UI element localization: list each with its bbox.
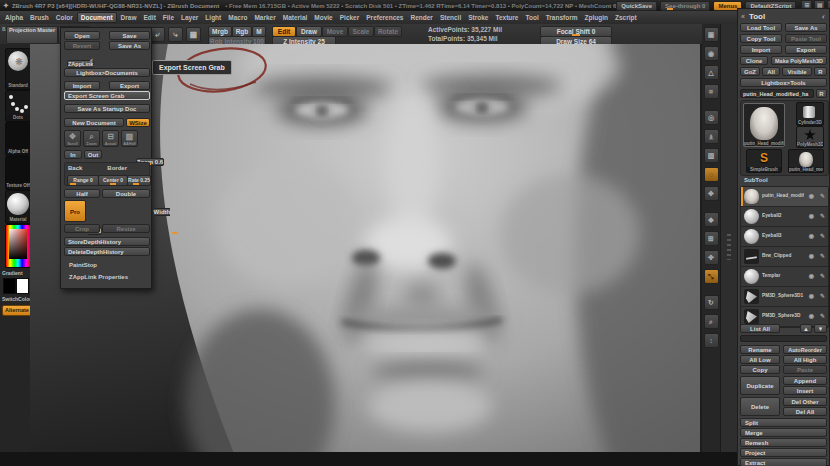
solo-icon[interactable]: ◆ xyxy=(704,212,719,227)
current-alpha-thumbnail[interactable]: Alpha Off xyxy=(5,122,31,156)
local-icon[interactable]: ◎ xyxy=(704,110,719,125)
tool-thumbnail-cylinder[interactable]: Cylinder3D xyxy=(796,102,824,126)
frame-icon[interactable]: ⊞ xyxy=(704,231,719,246)
doc-new-document-button[interactable]: New Document xyxy=(64,118,124,127)
clone-button[interactable]: Clone xyxy=(740,56,768,65)
menu-texture[interactable]: Texture xyxy=(492,13,521,22)
doc-revert-button[interactable]: Revert xyxy=(64,41,100,50)
rotate-button[interactable]: Rotate xyxy=(374,26,402,37)
alternate-button[interactable]: Alternate xyxy=(2,305,32,316)
menu-render[interactable]: Render xyxy=(408,13,436,22)
actual-icon[interactable]: ⊟Actual xyxy=(102,130,119,147)
persp-icon[interactable]: △ xyxy=(704,65,719,80)
divider-grip-icon[interactable] xyxy=(727,234,731,260)
merge-section[interactable]: Merge xyxy=(740,428,827,437)
doc-border-swatch[interactable]: Border xyxy=(107,165,127,171)
doc-half-button[interactable]: Half xyxy=(64,189,100,198)
doc-center-slider[interactable]: Center 0 xyxy=(98,175,128,186)
menu-movie[interactable]: Movie xyxy=(311,13,335,22)
tool-thumbnail-polymesh[interactable]: PolyMesh3D xyxy=(796,126,824,148)
subtool-thumbnail[interactable] xyxy=(744,209,759,224)
tool-rename-button[interactable]: R xyxy=(816,89,827,98)
visibility-eye-icon[interactable]: ◉ xyxy=(809,212,814,219)
current-tool-thumbnail[interactable]: putin_Head_modifi xyxy=(743,103,785,147)
subtool-thumbnail[interactable] xyxy=(744,289,759,304)
delete-button[interactable]: Delete xyxy=(740,397,780,416)
render-mode-icon[interactable]: ◉ xyxy=(704,46,719,61)
menu-stencil[interactable]: Stencil xyxy=(437,13,464,22)
subtool-down-icon[interactable]: ▼ xyxy=(814,324,827,333)
extract-section[interactable]: Extract xyxy=(740,458,827,466)
subtool-section-header[interactable]: SubTool xyxy=(744,177,768,183)
scroll-doc-icon[interactable]: ↕ xyxy=(704,333,719,348)
insert-button[interactable]: Insert xyxy=(783,386,827,395)
subtool-row[interactable]: putin_Head_modified_head◉✎ xyxy=(741,187,828,207)
doc-zapplink-properties-button[interactable]: ZAppLink Properties xyxy=(69,274,128,280)
lsym-icon[interactable]: ⍎ xyxy=(704,129,719,144)
goz-button[interactable]: GoZ xyxy=(740,67,760,76)
doc-pro-toggle[interactable]: Pro xyxy=(64,200,86,222)
visibility-eye-icon[interactable]: ◉ xyxy=(809,232,814,239)
current-texture-thumbnail[interactable]: Texture Off xyxy=(5,156,31,190)
import-button[interactable]: Import xyxy=(740,45,782,54)
xpose-icon[interactable]: ✥ xyxy=(704,186,719,201)
del-other-button[interactable]: Del Other xyxy=(783,397,827,406)
doc-zoom-out-button[interactable]: Out xyxy=(84,150,102,159)
goz-all-button[interactable]: All xyxy=(762,67,780,76)
append-button[interactable]: Append xyxy=(783,376,827,385)
menu-light[interactable]: Light xyxy=(202,13,224,22)
scale-icon[interactable]: ⤡ xyxy=(704,269,719,284)
del-all-button[interactable]: Del All xyxy=(783,407,827,416)
visibility-eye-icon[interactable]: ◉ xyxy=(809,252,814,259)
bpr-render-icon[interactable]: ▣ xyxy=(704,27,719,42)
menu-alpha[interactable]: Alpha xyxy=(2,13,26,22)
menu-draw[interactable]: Draw xyxy=(118,13,140,22)
transp-icon[interactable]: ▧ xyxy=(704,148,719,163)
palette-flyout-icon[interactable]: « xyxy=(741,13,745,20)
subtool-thumbnail[interactable] xyxy=(744,269,759,284)
all-low-button[interactable]: All Low xyxy=(740,355,780,364)
project-section[interactable]: Project xyxy=(740,448,827,457)
polypaint-icon[interactable]: ✎ xyxy=(820,252,825,259)
subtool-row[interactable]: Templar◉✎ xyxy=(741,267,828,287)
menu-material[interactable]: Material xyxy=(280,13,311,22)
polypaint-icon[interactable]: ✎ xyxy=(820,312,825,319)
visibility-eye-icon[interactable]: ◉ xyxy=(809,292,814,299)
panel-divider[interactable] xyxy=(720,24,738,452)
menu-transform[interactable]: Transform xyxy=(543,13,581,22)
doc-crop-button[interactable]: Crop xyxy=(64,224,100,233)
subtool-row[interactable]: PM3D_Sphere3D1◉✎ xyxy=(741,287,828,307)
rename-button[interactable]: Rename xyxy=(740,345,780,354)
copy-tool-button[interactable]: Copy Tool xyxy=(740,34,782,43)
list-all-button[interactable]: List All xyxy=(740,324,780,333)
copy-subtool-button[interactable]: Copy xyxy=(740,365,780,374)
doc-store-depth-button[interactable]: StoreDepthHistory xyxy=(64,237,150,246)
polypaint-icon[interactable]: ✎ xyxy=(820,232,825,239)
doc-double-button[interactable]: Double xyxy=(102,189,150,198)
doc-paintstop-button[interactable]: PaintStop xyxy=(69,262,97,268)
menu-edit[interactable]: Edit xyxy=(141,13,159,22)
menu-preferences[interactable]: Preferences xyxy=(363,13,406,22)
doc-lightbox-documents-button[interactable]: Lightbox>Documents xyxy=(64,68,150,77)
current-stroke-thumbnail[interactable]: Dots xyxy=(5,90,31,122)
main-color-swatch[interactable] xyxy=(3,278,16,294)
polypaint-icon[interactable]: ✎ xyxy=(820,212,825,219)
goz-visible-button[interactable]: Visible xyxy=(782,67,812,76)
menu-file[interactable]: File xyxy=(160,13,177,22)
paste-tool-button[interactable]: Paste Tool xyxy=(785,34,827,43)
quicksave-button[interactable]: QuickSave xyxy=(616,1,657,11)
visibility-eye-icon[interactable]: ◉ xyxy=(809,312,814,319)
projection-master-button[interactable]: Projection Master xyxy=(6,26,58,44)
ghost-icon[interactable]: ◌ xyxy=(704,167,719,182)
split-section[interactable]: Split xyxy=(740,418,827,427)
paste-subtool-button[interactable]: Paste xyxy=(783,365,827,374)
menu-marker[interactable]: Marker xyxy=(251,13,278,22)
doc-open-button[interactable]: Open xyxy=(64,31,100,40)
floor-icon[interactable]: ⌗ xyxy=(704,84,719,99)
menu-document[interactable]: Document xyxy=(77,12,117,23)
doc-save-as-button[interactable]: Save As xyxy=(109,41,150,50)
palette-pin-icon[interactable]: ◐ xyxy=(822,13,826,20)
undo-icon[interactable]: ⤶ xyxy=(150,27,165,42)
visibility-eye-icon[interactable]: ◉ xyxy=(809,192,814,199)
subtool-thumbnail[interactable] xyxy=(744,229,759,244)
